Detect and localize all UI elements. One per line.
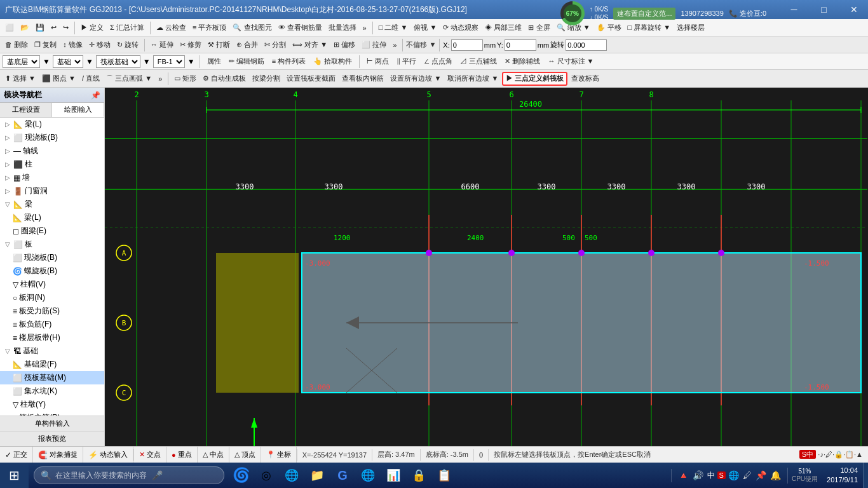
tree-item-slab-hole[interactable]: ○ 板洞(N) [0,291,104,304]
rect-btn[interactable]: ▭ 矩形 [172,72,199,86]
align-top-btn[interactable]: ≡ 平齐板顶 [190,21,229,35]
define-btn[interactable]: ▶ 定义 [78,21,106,35]
del-aux-btn[interactable]: ✕ 删除辅线 [502,55,543,69]
tree-item-pedestal[interactable]: ▽ 柱墩(Y) [0,398,104,411]
tree-item-axis[interactable]: ▷ — 轴线 [0,144,104,158]
open-btn[interactable]: 📂 [18,21,32,35]
dynamic-view-btn[interactable]: ⟳ 动态观察 [440,21,481,35]
clock[interactable]: 10:04 2017/9/11 [822,466,863,485]
view-rebar2-btn[interactable]: 查看板内钢筋 [339,72,386,86]
move-btn[interactable]: ✛ 移动 [86,38,113,52]
coord-btn[interactable]: 📍 坐标 [261,447,297,463]
tab-project-settings[interactable]: 工程设置 [0,103,52,117]
tab-drawing-input[interactable]: 绘图输入 [52,103,104,117]
taskbar-icon-glodon[interactable]: 🌀 [229,464,252,487]
taskbar-icon-doc[interactable]: 📋 [433,464,456,487]
cloud-check-btn[interactable]: ☁ 云检查 [154,21,189,35]
fullscreen-btn[interactable]: ⊞ 全屏 [526,21,552,35]
taskbar-icon-app2[interactable]: ◎ [255,464,278,487]
set-slope-btn[interactable]: 设置所有边坡 ▼ [388,72,444,86]
tree-item-beam-l[interactable]: ▷ 📐 梁(L) [0,118,104,131]
split-btn[interactable]: ✄ 分割 [262,38,288,52]
copy-btn[interactable]: ❐ 复制 [32,38,59,52]
mirror-btn[interactable]: ↕ 镜像 [60,38,85,52]
edit-rebar-btn[interactable]: ✏ 编辑钢筋 [226,55,267,69]
mid-btn[interactable]: ● 重点 [166,447,198,463]
delete-btn[interactable]: 🗑 删除 [3,38,31,52]
minimize-btn[interactable]: ─ [780,0,808,19]
view-rebar-btn[interactable]: 👁 查看钢筋量 [276,21,325,35]
local-3d-btn[interactable]: ◈ 局部三维 [482,21,524,35]
batch-select-btn[interactable]: 批量选择 [326,21,359,35]
intersection-btn[interactable]: ✕ 交点 [134,447,166,463]
tree-item-sump[interactable]: ⬜ 集水坑(K) [0,384,104,398]
tree-item-floor-band[interactable]: ≡ 楼层板带(H) [0,331,104,344]
rotate-btn[interactable]: ↻ 旋转 [114,38,141,52]
start-btn[interactable]: ⊞ [0,463,29,488]
tree-item-slab-rebar[interactable]: ≡ 板受力筋(S) [0,304,104,318]
angle-btn[interactable]: ∠ 点点角 [421,55,455,69]
tree-item-neg-rebar[interactable]: ≡ 板负筋(F) [0,318,104,331]
tree-item-wall[interactable]: ▷ ▦ 墙 [0,171,104,184]
canvas-area[interactable]: 26400 3300 3300 6600 3300 3300 3300 3300… [105,88,868,446]
stretch-btn[interactable]: ⬜ 拉伸 [359,38,389,52]
volume-icon[interactable]: 🔊 [691,469,705,482]
base-layer-select[interactable]: 基底层 [3,55,40,68]
tree-item-beam-group[interactable]: ▽ 📐 梁 [0,198,104,211]
vertex-btn[interactable]: △ 顶点 [229,447,261,463]
midpoint-btn[interactable]: △ 中点 [198,447,229,463]
tree-item-raft-main-rebar[interactable]: ≡ 筏板主筋(R) [0,411,104,416]
dynamic-input-btn[interactable]: ⚡ 动态输入 [83,447,133,463]
line-btn[interactable]: / 直线 [79,72,102,86]
merge-btn[interactable]: ⊕ 合并 [234,38,261,52]
taskbar-icon-locked[interactable]: 🔒 [407,464,430,487]
taskbar-search[interactable]: 🔍 在这里输入你要搜索的内容 🎤 [34,466,224,484]
tree-item-cast-slab[interactable]: ⬜ 现浇板(B) [0,251,104,264]
pick-component-btn[interactable]: 👆 拾取构件 [311,55,355,69]
speed-btn[interactable]: 速布置自定义范... [613,8,675,20]
extend-btn[interactable]: ↔ 延伸 [148,38,176,52]
three-point-aux-btn[interactable]: ⊿ 三点辅线 [458,55,499,69]
undo-btn[interactable]: ↩ [48,21,59,35]
tree-item-spiral-slab[interactable]: 🌀 螺旋板(B) [0,264,104,278]
type-select[interactable]: 基础 [53,55,83,68]
trim-btn[interactable]: ✂ 修剪 [177,38,204,52]
show-desktop-btn[interactable] [863,463,868,488]
parallel-btn[interactable]: ∥ 平行 [394,55,419,69]
2d-btn[interactable]: □ 二维 ▼ [376,21,410,35]
network-icon[interactable]: 🔺 [677,469,690,482]
single-component-btn[interactable]: 单构件输入 [0,416,104,431]
tree-item-column-cap[interactable]: ▽ 柱帽(V) [0,278,104,291]
new-btn[interactable]: ⬜ [3,21,17,35]
pin-icon[interactable]: 📌 [754,469,768,482]
cancel-slope-btn[interactable]: 取消所有边坡 ▼ [445,72,501,86]
taskbar-icon-browser[interactable]: 🌐 [356,464,379,487]
beam-split-btn[interactable]: 按梁分割 [250,72,283,86]
tree-item-beam-l2[interactable]: 📐 梁(L) [0,211,104,224]
three-point-slope-btn[interactable]: ▶ 三点定义斜筏板 [502,72,567,86]
subtype-select[interactable]: 筏板基础 [96,55,140,68]
keyboard-icon[interactable]: 🖊 [742,469,753,482]
tree-item-door[interactable]: ▷ 🚪 门窗洞 [0,184,104,198]
tree-item-raft[interactable]: ⬜ 筏板基础(M) [0,371,104,384]
tree-item-column[interactable]: ▷ ⬛ 柱 [0,158,104,171]
taskbar-icon-edge[interactable]: 🌐 [280,464,303,487]
report-preview-btn[interactable]: 报表预览 [0,431,104,446]
dim-btn[interactable]: ↔ 尺寸标注 ▼ [545,55,596,69]
taskbar-icon-chrome[interactable]: G [331,464,354,487]
redo-btn[interactable]: ↪ [60,21,71,35]
ortho-btn[interactable]: ✓ 正交 [0,447,33,463]
taskbar-icon-explorer[interactable]: 📁 [306,464,329,487]
component-list-btn[interactable]: ≡ 构件列表 [269,55,308,69]
lang-icon[interactable]: 中 [706,469,716,482]
change-elev-btn[interactable]: 查改标高 [569,72,602,86]
tree-item-ring-beam[interactable]: ◻ 圈梁(E) [0,224,104,238]
more-btn1[interactable]: » [360,21,369,35]
tree-item-foundation-beam[interactable]: 📐 基础梁(F) [0,358,104,371]
more-btn3[interactable]: » [156,72,165,86]
arc-btn[interactable]: ⌒ 三点画弧 ▼ [104,72,154,86]
x-coord-input[interactable] [451,39,483,51]
tree-item-foundation-group[interactable]: ▽ 🏗 基础 [0,344,104,358]
calc-btn[interactable]: Σ 汇总计算 [107,21,147,35]
offset-btn[interactable]: ⊞ 偏移 [331,38,358,52]
